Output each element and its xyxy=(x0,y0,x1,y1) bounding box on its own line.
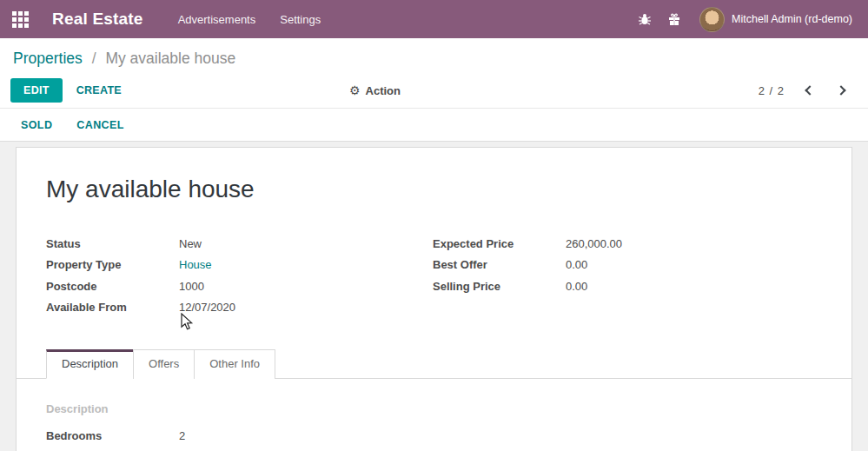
create-button[interactable]: CREATE xyxy=(76,84,122,96)
field-bedrooms: Bedrooms 2 xyxy=(46,425,822,447)
user-avatar[interactable] xyxy=(699,7,725,32)
cancel-button[interactable]: CANCEL xyxy=(76,119,123,131)
description-tab-content: Description Bedrooms 2 Living Area (sqm) xyxy=(46,379,822,451)
user-name[interactable]: Mitchell Admin (rd-demo) xyxy=(732,13,852,25)
field-value: 2 xyxy=(179,429,185,442)
field-property-type: Property Type House xyxy=(46,255,434,276)
field-expected-price: Expected Price 260,000.00 xyxy=(433,233,820,255)
field-label: Postcode xyxy=(46,280,179,293)
pager: 2 / 2 xyxy=(759,79,854,102)
field-status: Status New xyxy=(46,233,434,255)
sold-button[interactable]: SOLD xyxy=(21,119,52,131)
description-field-label: Description xyxy=(46,402,822,415)
field-value: 1000 xyxy=(179,280,204,293)
field-value: 0.00 xyxy=(566,280,587,293)
gear-icon: ⚙ xyxy=(349,84,361,96)
pager-previous-button[interactable] xyxy=(797,79,819,102)
action-menu-label: Action xyxy=(366,84,401,97)
notebook-tabs: Description Offers Other Info xyxy=(17,349,851,379)
breadcrumb-separator: / xyxy=(92,50,96,67)
field-value: 12/07/2020 xyxy=(179,301,235,314)
app-brand[interactable]: Real Estate xyxy=(52,10,143,29)
field-postcode: Postcode 1000 xyxy=(46,275,434,297)
field-value: New xyxy=(179,237,202,250)
field-label: Bedrooms xyxy=(46,429,179,442)
field-available-from: Available From 12/07/2020 xyxy=(46,297,434,319)
field-living-area: Living Area (sqm) xyxy=(46,447,822,451)
tab-description[interactable]: Description xyxy=(46,349,134,379)
breadcrumb-properties-link[interactable]: Properties xyxy=(13,50,83,67)
field-column-right: Expected Price 260,000.00 Best Offer 0.0… xyxy=(433,233,820,318)
tab-other-info[interactable]: Other Info xyxy=(194,349,275,379)
pager-next-button[interactable] xyxy=(832,79,854,102)
field-label: Selling Price xyxy=(433,280,566,293)
edit-button[interactable]: EDIT xyxy=(10,78,63,103)
field-value: 0.00 xyxy=(566,258,587,271)
pager-count: 2 / 2 xyxy=(759,84,785,97)
gift-icon[interactable] xyxy=(659,0,689,38)
field-column-left: Status New Property Type House Postcode … xyxy=(46,233,434,318)
field-selling-price: Selling Price 0.00 xyxy=(433,275,820,297)
menu-advertisements[interactable]: Advertisements xyxy=(166,0,268,38)
breadcrumb: Properties / My available house xyxy=(13,50,868,68)
form-statusbar: SOLD CANCEL xyxy=(0,108,868,142)
content-area: My available house Status New Property T… xyxy=(0,142,868,451)
breadcrumb-current: My available house xyxy=(105,50,235,67)
field-grid: Status New Property Type House Postcode … xyxy=(46,233,822,318)
field-label: Available From xyxy=(46,301,179,314)
field-label: Expected Price xyxy=(433,237,566,250)
chevron-right-icon xyxy=(836,85,845,95)
property-title: My available house xyxy=(46,176,822,203)
chevron-left-icon xyxy=(805,85,814,95)
control-panel: Properties / My available house EDIT CRE… xyxy=(0,38,868,108)
form-sheet: My available house Status New Property T… xyxy=(16,147,852,451)
debug-bug-icon[interactable] xyxy=(630,0,659,38)
navbar-right: Mitchell Admin (rd-demo) xyxy=(630,0,868,38)
apps-grid-icon xyxy=(12,11,29,28)
field-label: Status xyxy=(46,237,179,250)
action-menu-button[interactable]: ⚙ Action xyxy=(349,73,401,108)
field-label: Property Type xyxy=(46,258,179,271)
top-navbar: Real Estate Advertisements Settings xyxy=(0,0,868,38)
property-type-link[interactable]: House xyxy=(179,258,212,271)
apps-menu-button[interactable] xyxy=(0,0,40,38)
field-label: Best Offer xyxy=(433,258,566,271)
menu-settings[interactable]: Settings xyxy=(268,0,333,38)
field-value: 260,000.00 xyxy=(566,237,622,250)
field-best-offer: Best Offer 0.00 xyxy=(433,255,820,276)
tab-offers[interactable]: Offers xyxy=(133,349,195,379)
main-menu: Advertisements Settings xyxy=(166,0,334,38)
